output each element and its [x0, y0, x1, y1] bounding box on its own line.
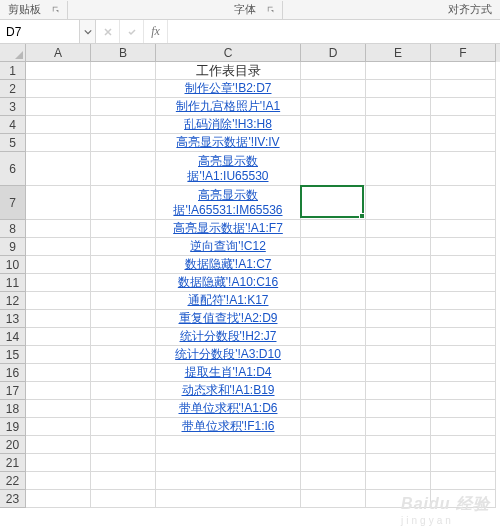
cell-C23[interactable]: [156, 490, 301, 508]
cell-C3[interactable]: 制作九宫格照片'!A1: [156, 98, 301, 116]
cell-E7[interactable]: [366, 186, 431, 220]
cell-B8[interactable]: [91, 220, 156, 238]
row-header-20[interactable]: 20: [0, 436, 26, 454]
cell-F13[interactable]: [431, 310, 496, 328]
cell-D16[interactable]: [301, 364, 366, 382]
column-header-E[interactable]: E: [366, 44, 431, 62]
cell-C10[interactable]: 数据隐藏'!A1:C7: [156, 256, 301, 274]
cell-F10[interactable]: [431, 256, 496, 274]
row-header-9[interactable]: 9: [0, 238, 26, 256]
cell-C8[interactable]: 高亮显示数据'!A1:F7: [156, 220, 301, 238]
row-header-3[interactable]: 3: [0, 98, 26, 116]
select-all-corner[interactable]: [0, 44, 26, 62]
cell-C11[interactable]: 数据隐藏'!A10:C16: [156, 274, 301, 292]
cell-B20[interactable]: [91, 436, 156, 454]
cell-A12[interactable]: [26, 292, 91, 310]
column-header-A[interactable]: A: [26, 44, 91, 62]
cell-E3[interactable]: [366, 98, 431, 116]
cell-D11[interactable]: [301, 274, 366, 292]
cell-F22[interactable]: [431, 472, 496, 490]
enter-button[interactable]: [120, 20, 144, 43]
cell-B17[interactable]: [91, 382, 156, 400]
cell-B2[interactable]: [91, 80, 156, 98]
cell-B3[interactable]: [91, 98, 156, 116]
cell-E13[interactable]: [366, 310, 431, 328]
cell-C4[interactable]: 乱码消除'!H3:H8: [156, 116, 301, 134]
clipboard-launcher-icon[interactable]: [49, 3, 63, 17]
cell-A13[interactable]: [26, 310, 91, 328]
cell-B14[interactable]: [91, 328, 156, 346]
cell-E2[interactable]: [366, 80, 431, 98]
cell-C5[interactable]: 高亮显示数据'!IV:IV: [156, 134, 301, 152]
cell-E21[interactable]: [366, 454, 431, 472]
column-header-D[interactable]: D: [301, 44, 366, 62]
cell-B9[interactable]: [91, 238, 156, 256]
row-header-23[interactable]: 23: [0, 490, 26, 508]
cell-C21[interactable]: [156, 454, 301, 472]
cell-E5[interactable]: [366, 134, 431, 152]
cell-D22[interactable]: [301, 472, 366, 490]
cell-E11[interactable]: [366, 274, 431, 292]
insert-function-button[interactable]: fx: [144, 20, 168, 43]
cell-A21[interactable]: [26, 454, 91, 472]
row-header-14[interactable]: 14: [0, 328, 26, 346]
cell-F17[interactable]: [431, 382, 496, 400]
cell-B21[interactable]: [91, 454, 156, 472]
cell-D17[interactable]: [301, 382, 366, 400]
cell-E15[interactable]: [366, 346, 431, 364]
cell-F9[interactable]: [431, 238, 496, 256]
cell-E20[interactable]: [366, 436, 431, 454]
cell-D14[interactable]: [301, 328, 366, 346]
cell-C19[interactable]: 带单位求积'!F1:I6: [156, 418, 301, 436]
cell-F4[interactable]: [431, 116, 496, 134]
cell-F20[interactable]: [431, 436, 496, 454]
cell-E14[interactable]: [366, 328, 431, 346]
cell-B18[interactable]: [91, 400, 156, 418]
cell-E16[interactable]: [366, 364, 431, 382]
row-header-19[interactable]: 19: [0, 418, 26, 436]
font-launcher-icon[interactable]: [264, 3, 278, 17]
cell-C16[interactable]: 提取生肖'!A1:D4: [156, 364, 301, 382]
row-header-15[interactable]: 15: [0, 346, 26, 364]
cell-A20[interactable]: [26, 436, 91, 454]
cell-E8[interactable]: [366, 220, 431, 238]
cell-E19[interactable]: [366, 418, 431, 436]
cells-area[interactable]: 工作表目录制作公章'!B2:D7制作九宫格照片'!A1乱码消除'!H3:H8高亮…: [26, 62, 500, 508]
cell-B5[interactable]: [91, 134, 156, 152]
cell-B22[interactable]: [91, 472, 156, 490]
row-header-12[interactable]: 12: [0, 292, 26, 310]
cell-A10[interactable]: [26, 256, 91, 274]
formula-input[interactable]: [174, 25, 494, 39]
row-header-1[interactable]: 1: [0, 62, 26, 80]
cell-E12[interactable]: [366, 292, 431, 310]
cell-F2[interactable]: [431, 80, 496, 98]
cell-B16[interactable]: [91, 364, 156, 382]
row-header-8[interactable]: 8: [0, 220, 26, 238]
cell-E17[interactable]: [366, 382, 431, 400]
cell-D18[interactable]: [301, 400, 366, 418]
cell-B12[interactable]: [91, 292, 156, 310]
cell-D8[interactable]: [301, 220, 366, 238]
cell-C7[interactable]: 高亮显示数据'!A65531:IM65536: [156, 186, 301, 220]
cell-D4[interactable]: [301, 116, 366, 134]
cell-C18[interactable]: 带单位求积'!A1:D6: [156, 400, 301, 418]
row-header-22[interactable]: 22: [0, 472, 26, 490]
row-header-21[interactable]: 21: [0, 454, 26, 472]
cell-D10[interactable]: [301, 256, 366, 274]
cell-B23[interactable]: [91, 490, 156, 508]
cell-A18[interactable]: [26, 400, 91, 418]
cell-F3[interactable]: [431, 98, 496, 116]
cell-F14[interactable]: [431, 328, 496, 346]
cell-A14[interactable]: [26, 328, 91, 346]
row-header-10[interactable]: 10: [0, 256, 26, 274]
cell-A19[interactable]: [26, 418, 91, 436]
cell-F8[interactable]: [431, 220, 496, 238]
cell-A1[interactable]: [26, 62, 91, 80]
cell-E9[interactable]: [366, 238, 431, 256]
cell-A6[interactable]: [26, 152, 91, 186]
cell-E4[interactable]: [366, 116, 431, 134]
cell-E22[interactable]: [366, 472, 431, 490]
row-header-13[interactable]: 13: [0, 310, 26, 328]
row-header-16[interactable]: 16: [0, 364, 26, 382]
cell-B7[interactable]: [91, 186, 156, 220]
